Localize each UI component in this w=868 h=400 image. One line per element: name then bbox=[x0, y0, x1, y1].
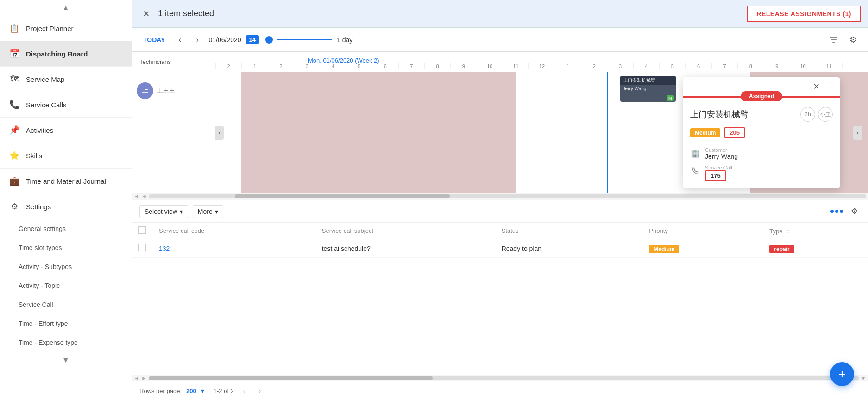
date-badge: 14 bbox=[246, 35, 259, 44]
table-hscroll-thumb[interactable] bbox=[149, 376, 433, 380]
table-hscrollbar[interactable]: ◄ ► ▼ bbox=[132, 375, 868, 381]
table-hscroll-down[interactable]: ▼ bbox=[861, 375, 866, 381]
today-button[interactable]: TODAY bbox=[139, 34, 169, 45]
rows-per-page-select[interactable]: 200 bbox=[186, 388, 196, 394]
timeline-slider[interactable] bbox=[265, 36, 332, 44]
sidebar-sub-item-service-call[interactable]: Service Call bbox=[0, 295, 132, 314]
popup-tags: Medium 205 bbox=[683, 125, 840, 144]
select-all-header[interactable] bbox=[132, 223, 152, 239]
row-checkbox-cell[interactable] bbox=[132, 239, 152, 258]
row-checkbox[interactable] bbox=[138, 244, 146, 251]
select-all-checkbox[interactable] bbox=[138, 226, 146, 234]
service-calls-table: Service call code Service call subject S… bbox=[132, 223, 868, 258]
more-button[interactable]: More ▾ bbox=[193, 205, 223, 218]
time-tick: 11 bbox=[816, 63, 842, 69]
gantt-nav-right[interactable]: › bbox=[853, 126, 862, 140]
table-hscroll-track[interactable] bbox=[149, 376, 859, 380]
time-ticks: 212345678910111212345678910111 bbox=[215, 63, 868, 69]
pagination-bar: Rows per page: 200 ▾ 1-2 of 2 ‹ › bbox=[132, 381, 868, 400]
filter-icon[interactable] bbox=[826, 32, 841, 47]
table-hscroll-next-inner[interactable]: ► bbox=[141, 375, 147, 381]
slider-handle[interactable] bbox=[265, 36, 273, 44]
hscroll-track[interactable] bbox=[149, 194, 866, 198]
sidebar-label-project-planner: Project Planner bbox=[26, 25, 74, 32]
technicians-column-header: Technicians bbox=[132, 58, 215, 65]
gantt-hscrollbar[interactable]: ◄ ◄ bbox=[132, 193, 868, 200]
table-hscroll-prev[interactable]: ◄ bbox=[134, 375, 139, 381]
sidebar-item-settings[interactable]: ⚙Settings bbox=[0, 194, 132, 219]
svg-rect-1 bbox=[831, 39, 837, 40]
service-call-code-link[interactable]: 132 bbox=[159, 245, 170, 252]
hscroll-thumb[interactable] bbox=[235, 194, 450, 198]
popup-time-buttons: 2h 小王 bbox=[800, 107, 833, 122]
type-filter-icon[interactable]: ≡ bbox=[786, 227, 790, 235]
time-tick: 4 bbox=[633, 63, 659, 69]
bottom-table-area: Select view ▾ More ▾ ⚙ bbox=[132, 200, 868, 400]
tech-row: 上 上王王 bbox=[132, 72, 215, 109]
close-selection-button[interactable]: ✕ bbox=[139, 7, 152, 20]
zoom-level-label: 1 day bbox=[337, 36, 352, 44]
rows-dropdown-arrow[interactable]: ▾ bbox=[201, 387, 204, 394]
technician-rows: 上 上王王 bbox=[132, 72, 215, 193]
sidebar-scroll-up[interactable]: ▲ bbox=[0, 0, 132, 16]
three-dots-icon[interactable] bbox=[830, 210, 843, 213]
sidebar-item-time-material[interactable]: 💼Time and Material Journal bbox=[0, 169, 132, 194]
avatar: 上 bbox=[137, 82, 153, 99]
time-tick: 1 bbox=[555, 63, 581, 69]
sidebar-sub-item-activity-subtypes[interactable]: Activity - Subtypes bbox=[0, 257, 132, 276]
popup-close-button[interactable]: ✕ bbox=[811, 81, 822, 92]
time-tick: 2 bbox=[268, 63, 294, 69]
time-tick: 1 bbox=[241, 63, 267, 69]
sidebar-icon-time-material: 💼 bbox=[9, 176, 19, 186]
next-date-button[interactable]: › bbox=[191, 33, 204, 46]
gantt-event-title: 上门安装机械臂 bbox=[620, 76, 676, 85]
sidebar-label-service-map: Service Map bbox=[26, 75, 64, 83]
customer-info: Customer Jerry Wang bbox=[705, 147, 738, 160]
sidebar-sub-item-time-slot-types[interactable]: Time slot types bbox=[0, 238, 132, 257]
release-assignments-button[interactable]: RELEASE ASSIGNMENTS (1) bbox=[747, 6, 861, 22]
sidebar-item-skills[interactable]: ⭐Skills bbox=[0, 143, 132, 169]
current-time-line bbox=[607, 72, 608, 193]
hscroll-left-arrow[interactable]: ◄ bbox=[134, 193, 139, 200]
table-scroll-area[interactable]: Service call code Service call subject S… bbox=[132, 223, 868, 375]
slider-track bbox=[277, 39, 332, 40]
sidebar-icon-service-calls: 📞 bbox=[9, 100, 19, 110]
svg-rect-2 bbox=[832, 42, 835, 43]
dot3 bbox=[840, 210, 843, 213]
sidebar-item-project-planner[interactable]: 📋Project Planner bbox=[0, 16, 132, 41]
row-priority: Medium bbox=[642, 239, 763, 258]
tech-name-label: 上王王 bbox=[157, 87, 175, 95]
prev-date-button[interactable]: ‹ bbox=[173, 33, 186, 46]
sidebar-item-dispatching-board[interactable]: 📅Dispatching Board bbox=[0, 41, 132, 67]
page-next-button[interactable]: › bbox=[254, 385, 265, 396]
customer-label: Customer bbox=[705, 147, 738, 153]
sidebar-item-service-map[interactable]: 🗺Service Map bbox=[0, 67, 132, 92]
type-badge: repair bbox=[769, 245, 794, 253]
sidebar-item-activities[interactable]: 📌Activities bbox=[0, 118, 132, 143]
table-icon-area: ⚙ bbox=[830, 205, 861, 218]
table-settings-icon[interactable]: ⚙ bbox=[848, 205, 861, 218]
duration-button[interactable]: 2h bbox=[800, 107, 815, 122]
time-tick: 5 bbox=[659, 63, 685, 69]
select-view-button[interactable]: Select view ▾ bbox=[139, 205, 188, 218]
sidebar-sub-item-time-effort[interactable]: Time - Effort type bbox=[0, 314, 132, 333]
main-content: ✕ 1 item selected RELEASE ASSIGNMENTS (1… bbox=[132, 0, 868, 400]
page-prev-button[interactable]: ‹ bbox=[239, 385, 250, 396]
building-icon: 🏢 bbox=[690, 148, 700, 158]
sidebar-item-service-calls[interactable]: 📞Service Calls bbox=[0, 92, 132, 118]
sidebar-sub-item-activity-topic[interactable]: Activity - Topic bbox=[0, 276, 132, 295]
gantt-event-block[interactable]: 上门安装机械臂 Jerry Wang M bbox=[620, 76, 676, 102]
week-label: Mon, 01/06/2020 (Week 2) bbox=[308, 57, 379, 64]
sidebar-sub-item-general-settings[interactable]: General settings bbox=[0, 219, 132, 238]
gantt-settings-icon[interactable]: ⚙ bbox=[846, 32, 861, 47]
sidebar-sub-item-time-expense[interactable]: Time - Expense type bbox=[0, 333, 132, 352]
add-fab-button[interactable]: + bbox=[830, 362, 854, 386]
sidebar-label-settings: Settings bbox=[26, 203, 51, 211]
time-tick: 7 bbox=[398, 63, 424, 69]
hscroll-left-arrow2[interactable]: ◄ bbox=[141, 193, 147, 200]
gantt-nav-left[interactable]: ‹ bbox=[215, 126, 224, 140]
popup-more-button[interactable]: ⋮ bbox=[825, 81, 835, 92]
sidebar-scroll-down[interactable]: ▼ bbox=[0, 352, 132, 368]
assignee-button[interactable]: 小王 bbox=[818, 107, 833, 122]
sc-code-badge[interactable]: 175 bbox=[705, 170, 726, 181]
